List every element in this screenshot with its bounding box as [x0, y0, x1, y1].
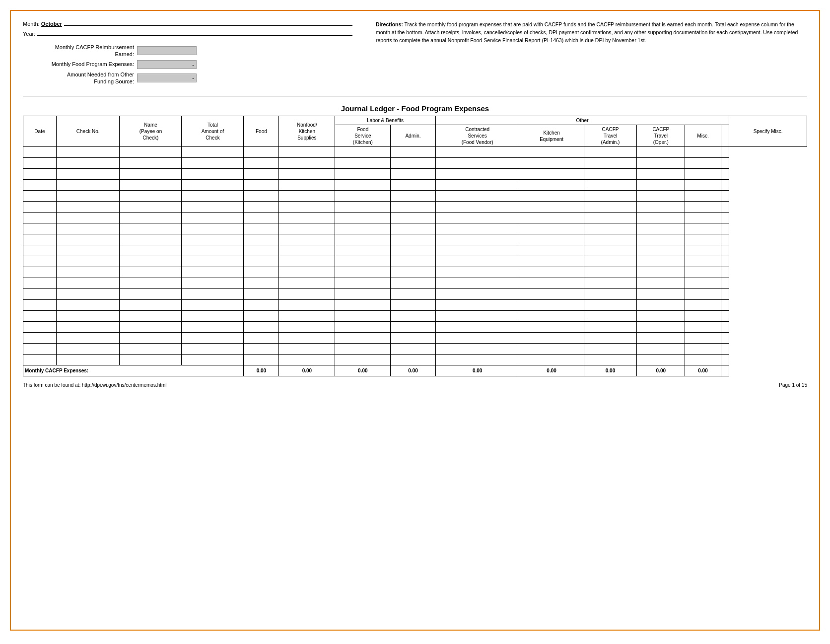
totals-row: Monthly CACFP Expenses: 0.00 0.00 0.00 0…	[23, 365, 807, 376]
reimbursement-label: Monthly CACFP ReimbursementEarned:	[23, 44, 137, 58]
food-program-row: Monthly Food Program Expenses: -	[23, 60, 352, 69]
table-row	[23, 278, 807, 289]
table-row	[23, 322, 807, 333]
table-row	[23, 147, 807, 158]
totals-nonfood: 0.00	[279, 365, 335, 376]
month-label: Month:	[23, 21, 40, 27]
table-row	[23, 245, 807, 256]
reimbursement-value	[137, 46, 197, 55]
table-row	[23, 311, 807, 322]
month-value: October	[40, 21, 62, 27]
col-kitchen-equip: KitchenEquipment	[519, 125, 584, 147]
totals-cacfp-travel-admin: 0.00	[584, 365, 636, 376]
top-right: Directions: Track the monthly food progr…	[376, 21, 807, 87]
totals-specify-misc	[721, 365, 729, 376]
page: Month: October Year: Monthly CACFP Reimb…	[10, 10, 820, 631]
col-food: Food	[244, 116, 279, 147]
year-label: Year:	[23, 31, 35, 37]
footer-url: This form can be found at: http://dpi.wi…	[23, 382, 167, 388]
other-funding-value: -	[137, 73, 197, 82]
table-row	[23, 191, 807, 202]
table-row	[23, 256, 807, 267]
form-grid: Monthly CACFP ReimbursementEarned: Month…	[23, 44, 352, 85]
col-nonfood: Nonfood/KitchenSupplies	[279, 116, 335, 147]
month-line	[64, 25, 352, 26]
table-row	[23, 213, 807, 223]
col-name: Name(Payee onCheck)	[120, 116, 182, 147]
table-row	[23, 234, 807, 245]
col-date: Date	[23, 116, 57, 147]
col-total-amount: TotalAmount ofCheck	[182, 116, 244, 147]
table-row	[23, 180, 807, 191]
table-row	[23, 333, 807, 344]
col-cacfp-travel-oper: CACFPTravel(Oper.)	[637, 125, 685, 147]
food-program-label: Monthly Food Program Expenses:	[23, 61, 137, 68]
totals-kitchen-equip: 0.00	[519, 365, 584, 376]
totals-food: 0.00	[244, 365, 279, 376]
footer-page: Page 1 of 15	[779, 382, 807, 388]
directions-text: Directions: Track the monthly food progr…	[376, 21, 798, 43]
totals-misc: 0.00	[685, 365, 721, 376]
col-cacfp-travel-admin: CACFPTravel(Admin.)	[584, 125, 636, 147]
table-row	[23, 202, 807, 213]
totals-label: Monthly CACFP Expenses:	[23, 365, 244, 376]
year-line	[37, 35, 352, 36]
col-specify-misc: Specify Misc.	[729, 116, 807, 147]
top-section: Month: October Year: Monthly CACFP Reimb…	[23, 21, 807, 87]
table-row	[23, 355, 807, 365]
reimbursement-row: Monthly CACFP ReimbursementEarned:	[23, 44, 352, 58]
col-admin: Admin.	[391, 125, 436, 147]
other-funding-label: Amount Needed from OtherFunding Source:	[23, 71, 137, 85]
totals-cacfp-travel-oper: 0.00	[637, 365, 685, 376]
col-contracted: ContractedServices(Food Vendor)	[435, 125, 519, 147]
col-misc: Misc.	[685, 125, 721, 147]
table-row	[23, 223, 807, 234]
col-food-service: FoodService(Kitchen)	[335, 125, 391, 147]
page-footer: This form can be found at: http://dpi.wi…	[23, 382, 807, 388]
section-divider	[23, 96, 807, 96]
food-program-value: -	[137, 60, 197, 69]
totals-contracted: 0.00	[435, 365, 519, 376]
table-row	[23, 289, 807, 300]
col-check-no: Check No.	[56, 116, 120, 147]
table-row	[23, 158, 807, 169]
table-row	[23, 300, 807, 311]
table-row	[23, 344, 807, 355]
table-row	[23, 169, 807, 180]
journal-section: Journal Ledger - Food Program Expenses D…	[23, 104, 807, 376]
col-other-group: Other	[435, 116, 729, 125]
top-left: Month: October Year: Monthly CACFP Reimb…	[23, 21, 352, 87]
totals-admin: 0.00	[391, 365, 436, 376]
col-labor-benefits-group: Labor & Benefits	[335, 116, 435, 125]
year-row: Year:	[23, 31, 352, 37]
totals-food-service: 0.00	[335, 365, 391, 376]
ledger-table: Date Check No. Name(Payee onCheck) Total…	[23, 116, 807, 376]
month-row: Month: October	[23, 21, 352, 27]
journal-title: Journal Ledger - Food Program Expenses	[23, 104, 807, 113]
other-funding-row: Amount Needed from OtherFunding Source: …	[23, 71, 352, 85]
table-row	[23, 267, 807, 278]
